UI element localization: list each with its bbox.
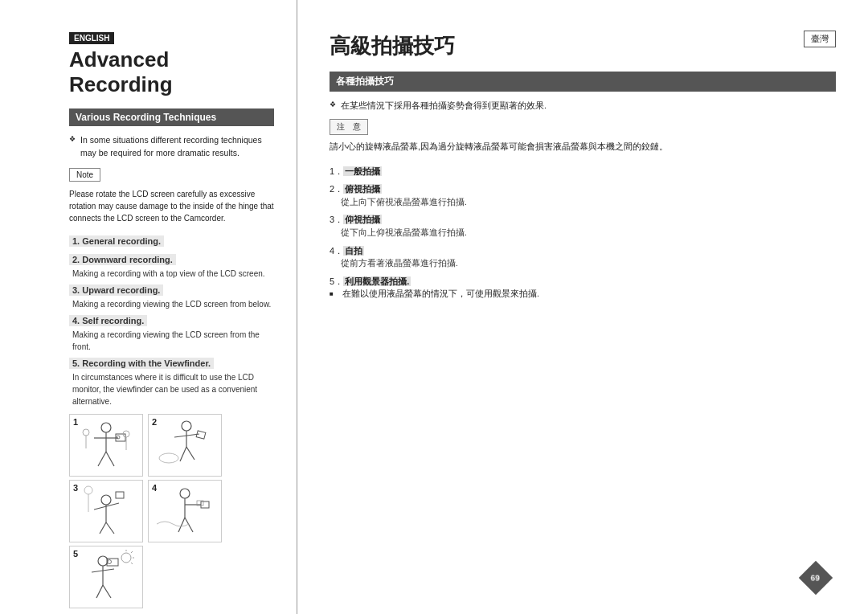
img-num-4: 4: [152, 483, 157, 493]
svg-point-24: [84, 486, 92, 494]
note-text-en: Please rotate the LCD screen carefully a…: [69, 188, 274, 224]
technique-3-desc: Making a recording viewing the LCD scree…: [69, 298, 274, 310]
taiwan-badge: 臺灣: [804, 31, 836, 47]
images-row-3: 5: [69, 546, 274, 608]
images-row-1: 1: [69, 414, 274, 477]
zh-item-3-title: 仰視拍攝: [343, 215, 382, 224]
page-title-en: Advanced Recording: [69, 47, 274, 97]
zh-item-1-text: 1．一般拍攝: [330, 166, 382, 176]
image-3: 3: [69, 480, 143, 542]
technique-4: 4. Self recording. Making a recording vi…: [69, 315, 274, 353]
svg-rect-16: [196, 430, 206, 438]
img-4-svg: [153, 484, 217, 538]
zh-item-5: 5．利用觀景器拍攝. 在難以使用液晶螢幕的情況下，可使用觀景來拍攝.: [330, 275, 836, 301]
technique-5-desc: In circumstances where it is difficult t…: [69, 371, 274, 407]
svg-line-4: [106, 452, 114, 466]
svg-line-38: [96, 585, 103, 598]
svg-point-7: [83, 429, 89, 436]
svg-line-39: [103, 585, 111, 598]
zh-item-4-text: 4．自拍: [330, 246, 364, 256]
technique-1-title: 1. General recording.: [69, 235, 164, 247]
zh-items-list: 1．一般拍攝 2．俯視拍攝 從上向下俯視液晶螢幕進行拍攝. 3．仰視拍攝 從下向…: [330, 165, 836, 301]
img-num-3: 3: [73, 483, 78, 493]
svg-point-40: [121, 553, 131, 563]
zh-item-3: 3．仰視拍攝 從下向上仰視液晶螢幕進行拍攝.: [330, 213, 836, 239]
technique-2: 2. Downward recording. Making a recordin…: [69, 254, 274, 280]
svg-point-17: [159, 453, 178, 463]
zh-item-2: 2．俯視拍攝 從上向下俯視液晶螢幕進行拍攝.: [330, 182, 836, 208]
zh-item-2-desc: 從上向下俯視液晶螢幕進行拍攝.: [341, 196, 836, 209]
svg-point-18: [101, 495, 111, 505]
technique-3: 3. Upward recording. Making a recording …: [69, 284, 274, 310]
svg-point-26: [180, 489, 190, 498]
img-num-1: 1: [73, 417, 78, 427]
svg-line-44: [131, 563, 133, 564]
svg-rect-23: [116, 492, 124, 498]
section-header-en: Various Recording Techniques: [69, 108, 274, 126]
img-1-svg: [74, 418, 138, 473]
technique-2-title: 2. Downward recording.: [69, 254, 176, 265]
zh-note-text: 請小心的旋轉液晶螢幕,因為過分旋轉液晶螢幕可能會損害液晶螢幕與本機之間的鉸鏈。: [330, 140, 836, 154]
zh-item-4: 4．自拍 從前方看著液晶螢幕進行拍攝.: [330, 244, 836, 270]
right-header: 臺灣 高級拍攝技巧: [330, 32, 836, 72]
page-title-zh: 高級拍攝技巧: [330, 32, 836, 60]
technique-2-desc: Making a recording with a top view of th…: [69, 268, 274, 280]
svg-rect-29: [201, 501, 209, 508]
svg-point-11: [182, 421, 191, 431]
technique-3-title: 3. Upward recording.: [69, 284, 163, 296]
img-5-svg: [74, 550, 138, 604]
svg-point-0: [101, 423, 111, 432]
svg-line-14: [180, 447, 186, 461]
technique-4-desc: Making a recording viewing the LCD scree…: [69, 329, 274, 353]
zh-item-5-text: 5．利用觀景器拍攝.: [330, 276, 411, 286]
img-num-5: 5: [73, 549, 78, 559]
note-box-en: Note: [69, 168, 100, 182]
img-num-2: 2: [152, 417, 157, 427]
techniques-list: 1. General recording. 2. Downward record…: [69, 235, 274, 407]
image-2: 2: [148, 414, 222, 477]
images-row-2: 3: [69, 480, 274, 542]
english-badge: ENGLISH: [69, 32, 114, 44]
zh-item-4-title: 自拍: [343, 246, 364, 256]
svg-line-31: [178, 518, 185, 532]
technique-5: 5. Recording with the Viewfinder. In cir…: [69, 358, 274, 407]
svg-line-32: [185, 518, 193, 532]
zh-intro: 在某些情況下採用各種拍攝姿勢會得到更顯著的效果.: [330, 100, 836, 113]
zh-item-3-desc: 從下向上仰視液晶螢幕進行拍攝.: [341, 227, 836, 239]
zh-item-1: 1．一般拍攝: [330, 165, 836, 178]
zh-item-1-title: 一般拍攝: [343, 166, 382, 176]
svg-line-21: [100, 522, 106, 534]
page-number: 69: [811, 574, 820, 583]
svg-line-22: [106, 522, 114, 534]
svg-line-15: [186, 447, 194, 460]
technique-4-title: 4. Self recording.: [69, 315, 147, 326]
zh-item-4-desc: 從前方看著液晶螢幕進行拍攝.: [341, 257, 836, 270]
intro-text-en: In some situations different recording t…: [69, 134, 274, 160]
section-header-zh: 各種拍攝技巧: [330, 72, 836, 92]
svg-line-42: [131, 551, 133, 553]
zh-item-3-text: 3．仰視拍攝: [330, 215, 382, 224]
image-1: 1: [69, 414, 143, 477]
image-5: 5: [69, 546, 143, 608]
image-4: 4: [148, 480, 222, 542]
left-column: ENGLISH Advanced Recording Various Recor…: [0, 0, 297, 614]
svg-point-33: [98, 556, 108, 566]
img-3-svg: [74, 484, 138, 538]
right-column: 臺灣 高級拍攝技巧 各種拍攝技巧 在某些情況下採用各種拍攝姿勢會得到更顯著的效果…: [297, 0, 868, 614]
zh-item-2-text: 2．俯視拍攝: [330, 184, 382, 194]
img-2-svg: [153, 418, 217, 473]
zh-item-5-title: 利用觀景器拍攝.: [343, 276, 411, 286]
technique-5-title: 5. Recording with the Viewfinder.: [69, 358, 214, 369]
note-box-zh: 注 意: [330, 119, 368, 135]
technique-1: 1. General recording.: [69, 235, 274, 249]
zh-item-2-title: 俯視拍攝: [343, 184, 382, 194]
zh-item-5-desc: 在難以使用液晶螢幕的情況下，可使用觀景來拍攝.: [330, 288, 836, 301]
svg-line-3: [98, 452, 106, 466]
